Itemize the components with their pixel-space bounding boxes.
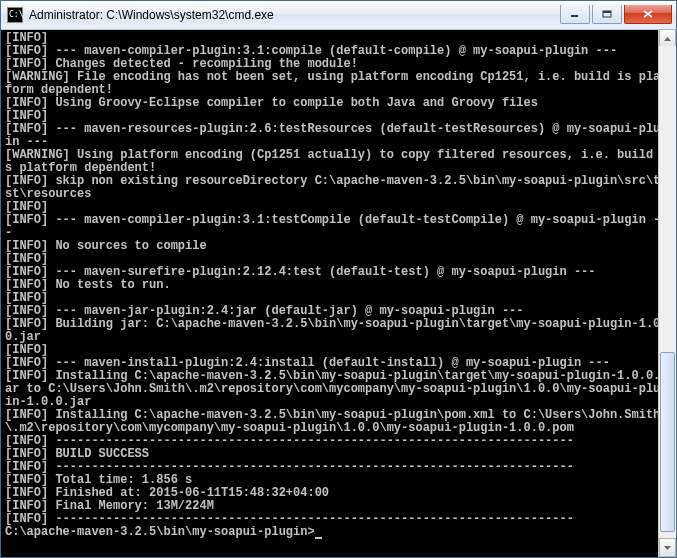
cursor [315, 537, 322, 539]
minimize-icon [570, 10, 580, 18]
console-output[interactable]: [INFO] [INFO] --- maven-compiler-plugin:… [1, 30, 676, 557]
minimize-button[interactable] [560, 5, 590, 24]
chevron-up-icon [664, 37, 671, 41]
chevron-down-icon [664, 546, 671, 550]
titlebar[interactable]: Administrator: C:\Windows\system32\cmd.e… [1, 1, 676, 30]
vertical-scrollbar[interactable] [658, 29, 676, 557]
svg-rect-0 [571, 15, 578, 17]
cmd-window: Administrator: C:\Windows\system32\cmd.e… [0, 0, 677, 558]
maximize-icon [602, 10, 612, 18]
close-icon [643, 10, 653, 18]
scroll-down-button[interactable] [659, 538, 676, 557]
prompt-line: C:\apache-maven-3.2.5\bin\my-soapui-plug… [5, 525, 315, 539]
close-button[interactable] [624, 5, 672, 24]
window-controls [560, 5, 672, 25]
cmd-icon [7, 7, 23, 23]
scroll-track[interactable] [659, 46, 676, 540]
svg-rect-2 [603, 11, 611, 13]
scroll-thumb[interactable] [660, 352, 675, 532]
window-title: Administrator: C:\Windows\system32\cmd.e… [29, 8, 560, 22]
maximize-button[interactable] [592, 5, 622, 24]
